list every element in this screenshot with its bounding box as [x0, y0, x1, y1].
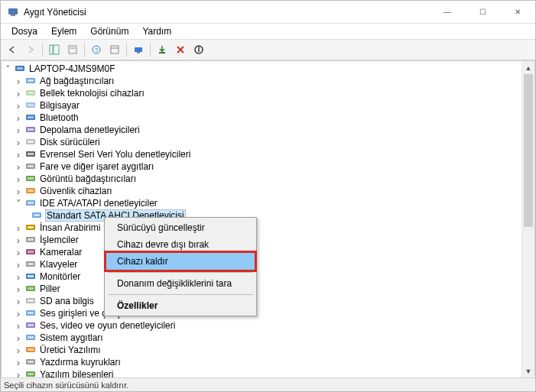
- tree-category[interactable]: ›Disk sürücüleri: [2, 136, 521, 148]
- expand-icon[interactable]: ›: [12, 296, 24, 306]
- tree-category[interactable]: ›Piller: [2, 283, 521, 295]
- expand-icon[interactable]: ›: [12, 162, 24, 172]
- expand-icon[interactable]: ›: [12, 358, 24, 368]
- device-category-icon: [24, 75, 37, 87]
- toolbar: ?: [1, 39, 535, 60]
- expand-icon[interactable]: ›: [12, 76, 24, 86]
- update-driver-icon[interactable]: [154, 41, 171, 58]
- properties-icon[interactable]: [64, 41, 81, 58]
- show-hide-tree-button[interactable]: [46, 41, 63, 58]
- tree-category[interactable]: ›Kameralar: [2, 246, 521, 258]
- device-category-icon: [24, 185, 37, 197]
- vertical-scrollbar[interactable]: ▲ ▼: [521, 61, 534, 377]
- svg-rect-33: [28, 177, 34, 180]
- svg-rect-43: [28, 238, 34, 241]
- expand-icon[interactable]: ›: [12, 284, 24, 294]
- tree-category[interactable]: ›Güvenlik cihazları: [2, 185, 521, 197]
- device-category-icon: [24, 234, 37, 246]
- status-text: Seçili cihazın sürücüsünü kaldırır.: [4, 381, 128, 390]
- tree-category[interactable]: ›Sistem aygıtları: [2, 332, 521, 344]
- expand-icon[interactable]: ›: [12, 186, 24, 196]
- svg-rect-8: [111, 46, 119, 53]
- expand-icon[interactable]: ›: [12, 174, 24, 184]
- device-category-icon: [24, 173, 37, 185]
- device-tree[interactable]: ˅LAPTOP-4JMS9M0F›Ağ bağdaştırıcıları›Bel…: [2, 61, 521, 377]
- close-button[interactable]: ✕: [500, 1, 535, 23]
- minimize-button[interactable]: —: [430, 1, 465, 23]
- tree-category[interactable]: ›Ses, video ve oyun denetleyicileri: [2, 319, 521, 332]
- expand-icon[interactable]: ›: [12, 223, 24, 233]
- help-icon[interactable]: ?: [88, 41, 105, 58]
- ctx-properties[interactable]: Özellikler: [106, 297, 255, 314]
- ctx-disable-device[interactable]: Cihazı devre dışı bırak: [106, 236, 255, 253]
- collapse-icon[interactable]: ˅: [12, 199, 24, 209]
- expand-icon[interactable]: ›: [12, 113, 24, 123]
- tree-category[interactable]: ›Bluetooth: [2, 112, 521, 124]
- expand-icon[interactable]: ›: [12, 125, 24, 135]
- tree-category[interactable]: ›Evrensel Seri Veri Yolu denetleyicileri: [2, 148, 521, 160]
- expand-icon[interactable]: ›: [12, 272, 24, 282]
- device-category-icon: [24, 160, 37, 173]
- expand-icon[interactable]: ›: [12, 150, 24, 160]
- controller-icon: [31, 209, 43, 222]
- tree-category[interactable]: ›Bellek teknolojisi cihazları: [2, 87, 521, 99]
- svg-rect-37: [28, 202, 34, 204]
- context-menu: Sürücüyü güncelleştir Cihazı devre dışı …: [104, 217, 257, 316]
- expand-icon[interactable]: ›: [12, 370, 24, 378]
- scan-hardware-icon[interactable]: [130, 41, 147, 58]
- tree-category[interactable]: ›İnsan Arabirimi: [2, 222, 521, 234]
- tree-category[interactable]: ›Yazdırma kuyrukları: [2, 356, 521, 368]
- tree-category[interactable]: ›Depolama denetleyicileri: [2, 124, 521, 136]
- menu-view[interactable]: Görünüm: [84, 24, 135, 38]
- tree-category[interactable]: ›SD ana bilgis: [2, 295, 521, 307]
- tree-root[interactable]: ˅LAPTOP-4JMS9M0F: [2, 63, 521, 75]
- tree-category[interactable]: ›Görüntü bağdaştırıcıları: [2, 173, 521, 185]
- scroll-up-button[interactable]: ▲: [522, 61, 534, 74]
- tree-category[interactable]: ›Klavyeler: [2, 258, 521, 271]
- tree-category[interactable]: ›Bilgisayar: [2, 99, 521, 112]
- tree-root-label: LAPTOP-4JMS9M0F: [28, 63, 115, 74]
- maximize-button[interactable]: ☐: [465, 1, 500, 23]
- tree-category-label: Bilgisayar: [39, 100, 80, 111]
- scroll-down-button[interactable]: ▼: [522, 364, 534, 377]
- expand-icon[interactable]: ›: [12, 333, 24, 343]
- tree-category-label: Disk sürücüleri: [39, 137, 101, 147]
- device-category-icon: [24, 283, 37, 295]
- tree-category[interactable]: ›Yazılım bileşenleri: [2, 368, 521, 377]
- tree-category[interactable]: ˅IDE ATA/ATAPI denetleyiciler: [2, 197, 521, 209]
- menu-file[interactable]: Dosya: [5, 24, 44, 38]
- disable-icon[interactable]: [190, 41, 207, 58]
- tree-category[interactable]: ›Üretici Yazılımı: [2, 344, 521, 356]
- tree-category[interactable]: ›Fare ve diğer işaret aygıtları: [2, 160, 521, 173]
- tree-category-label: Güvenlik cihazları: [39, 186, 113, 196]
- expand-icon[interactable]: ›: [12, 248, 24, 258]
- expand-icon[interactable]: ›: [12, 260, 24, 270]
- ctx-scan-hardware[interactable]: Donanım değişikliklerini tara: [106, 275, 255, 292]
- menu-action[interactable]: Eylem: [45, 24, 83, 38]
- svg-rect-39: [34, 214, 40, 216]
- tree-category[interactable]: ›Ağ bağdaştırıcıları: [2, 75, 521, 87]
- menu-help[interactable]: Yardım: [136, 24, 177, 38]
- svg-rect-57: [28, 324, 34, 326]
- expand-icon[interactable]: ›: [12, 101, 24, 111]
- forward-button[interactable]: [22, 41, 39, 58]
- ctx-uninstall-device[interactable]: Cihazı kaldır: [106, 253, 255, 270]
- expand-icon[interactable]: ›: [12, 309, 24, 319]
- tree-device-selected[interactable]: Standart SATA AHCI Denetleyicisi: [2, 209, 521, 222]
- expand-icon[interactable]: ›: [12, 89, 24, 99]
- scroll-thumb[interactable]: [524, 74, 533, 227]
- expand-icon[interactable]: ›: [12, 235, 24, 245]
- tree-category[interactable]: ›Ses girişleri ve çıkışları: [2, 307, 521, 319]
- expand-icon[interactable]: ›: [12, 321, 24, 331]
- tree-category[interactable]: ›Monitörler: [2, 271, 521, 283]
- back-button[interactable]: [4, 41, 21, 58]
- collapse-icon[interactable]: ˅: [2, 64, 14, 74]
- expand-icon[interactable]: ›: [12, 138, 24, 147]
- svg-rect-61: [28, 348, 34, 351]
- action-icon[interactable]: [106, 41, 123, 58]
- tree-category[interactable]: ›İşlemciler: [2, 234, 521, 246]
- ctx-update-driver[interactable]: Sürücüyü güncelleştir: [106, 219, 255, 236]
- tree-category-label: Monitörler: [39, 271, 81, 282]
- uninstall-icon[interactable]: [172, 41, 189, 58]
- expand-icon[interactable]: ›: [12, 345, 24, 355]
